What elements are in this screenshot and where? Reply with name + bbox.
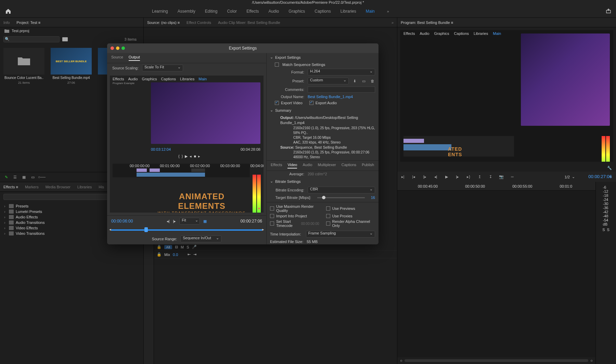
step-fwd-button[interactable]: |▸ xyxy=(454,174,461,180)
new-bin-button[interactable] xyxy=(62,37,68,42)
step-back-icon[interactable]: ◂| xyxy=(167,219,170,224)
vtab-publish[interactable]: Publish xyxy=(362,163,374,168)
aspect-icon[interactable]: ▦ xyxy=(203,219,207,224)
bin-item-video[interactable]: BEST SELLER BUNDLE Best Selling Bundle.m… xyxy=(51,48,92,84)
tab-color[interactable]: Color xyxy=(227,9,237,14)
timeline-tracks[interactable] xyxy=(397,191,595,357)
match-sequence-checkbox[interactable] xyxy=(275,63,279,67)
save-preset-icon[interactable]: ⬇ xyxy=(352,78,358,84)
close-icon[interactable] xyxy=(111,46,114,50)
max-render-checkbox[interactable] xyxy=(270,206,274,211)
tab-editing[interactable]: Editing xyxy=(205,9,218,14)
pen-icon[interactable]: ✎ xyxy=(3,174,9,180)
zoom-slider-icon[interactable]: ○── xyxy=(39,174,44,180)
source-tab[interactable]: Source: (no clips) ≡ xyxy=(147,21,180,25)
set-start-tc-checkbox[interactable] xyxy=(270,221,274,226)
mini-mark-in[interactable]: { xyxy=(178,154,180,159)
markers-tab[interactable]: Markers xyxy=(25,185,39,189)
export-tc-left[interactable]: 00:00:06:00 xyxy=(111,219,133,224)
breadcrumb[interactable]: Test.prproj xyxy=(12,29,29,33)
effects-search-input[interactable] xyxy=(3,194,115,200)
bin-item-folder[interactable]: Bounce Color Lucent Ba.. 21 items xyxy=(3,48,44,84)
mini-step-back[interactable]: ◂ xyxy=(190,154,192,159)
tab-assembly[interactable]: Assembly xyxy=(178,9,195,14)
dialog-titlebar[interactable]: Export Settings xyxy=(107,43,378,53)
minimize-icon[interactable] xyxy=(116,46,119,50)
program-monitor[interactable]: Effects Audio Graphics Captions Librarie… xyxy=(400,30,613,162)
source-range-select[interactable]: Sequence In/Out⌄ xyxy=(180,235,221,242)
import-project-checkbox[interactable] xyxy=(270,214,274,218)
comments-input[interactable] xyxy=(308,86,375,93)
export-audio-checkbox[interactable] xyxy=(309,101,313,105)
vtab-captions[interactable]: Captions xyxy=(342,163,356,168)
go-to-out-button[interactable]: ▸} xyxy=(465,174,472,180)
target-bitrate-slider[interactable] xyxy=(317,197,365,198)
mark-out-button[interactable]: |◂ xyxy=(410,174,417,180)
maximize-icon[interactable] xyxy=(121,46,125,50)
vtab-multiplexer[interactable]: Multiplexer xyxy=(318,163,336,168)
media-browser-tab[interactable]: Media Browser xyxy=(46,185,70,189)
track-a3[interactable]: 🔒A3 ⊟MS🎤 xyxy=(154,243,397,251)
summary-header[interactable]: ⌄ Summary xyxy=(267,106,378,114)
history-tab[interactable]: His xyxy=(99,185,104,189)
export-settings-header[interactable]: ⌄ Export Settings xyxy=(267,53,378,62)
project-tab[interactable]: Project: Test ≡ xyxy=(16,21,40,25)
icon-view-icon[interactable]: ▦ xyxy=(21,174,27,180)
tab-main[interactable]: Main xyxy=(366,9,375,14)
list-view-icon[interactable]: ☰ xyxy=(12,174,18,180)
use-previews-checkbox[interactable] xyxy=(326,206,330,211)
tab-effects[interactable]: Effects xyxy=(246,9,259,14)
tab-graphics[interactable]: Graphics xyxy=(288,9,305,14)
home-button[interactable] xyxy=(4,7,12,15)
output-preview-tab[interactable]: Output xyxy=(129,55,140,61)
mini-mark-out[interactable]: } xyxy=(182,154,183,159)
vtab-video[interactable]: Video xyxy=(287,163,297,168)
playhead-icon[interactable] xyxy=(144,227,148,232)
libraries-tab[interactable]: Libraries xyxy=(77,185,92,189)
delete-preset-icon[interactable]: 🗑 xyxy=(370,78,375,84)
tab-learning[interactable]: Learning xyxy=(152,9,168,14)
solo-l[interactable]: S xyxy=(602,228,605,232)
in-point-icon[interactable]: ◂ xyxy=(109,227,111,232)
bitrate-encoding-select[interactable]: CBR⌄ xyxy=(308,187,375,193)
import-preset-icon[interactable]: ▭ xyxy=(361,78,367,84)
source-scaling-select[interactable]: Scale To Fit⌄ xyxy=(142,65,183,71)
audio-clip-mixer-tab[interactable]: Audio Clip Mixer: Best Selling Bundle xyxy=(218,21,280,25)
out-point-icon[interactable]: ▸ xyxy=(262,227,264,232)
project-search-input[interactable] xyxy=(3,36,60,42)
output-name-link[interactable]: Best Selling Bundle_1.mp4 xyxy=(308,95,353,99)
play-icon[interactable]: |▸ xyxy=(173,219,176,224)
preview-video-frame[interactable] xyxy=(151,82,260,144)
vtab-effects[interactable]: Effects xyxy=(271,163,282,168)
program-tab[interactable]: Program: Best Selling Bundle ≡ xyxy=(401,21,453,25)
tab-libraries[interactable]: Libraries xyxy=(341,9,356,14)
freeform-view-icon[interactable]: ▭ xyxy=(30,174,36,180)
render-alpha-checkbox[interactable] xyxy=(326,221,330,226)
chevron-down-icon[interactable]: ⌄ xyxy=(572,175,575,179)
go-to-in-button[interactable]: {▸ xyxy=(421,174,428,180)
export-frame-button[interactable]: 📷 xyxy=(498,174,505,180)
mini-play[interactable]: ▶ xyxy=(185,154,188,159)
zoom-level[interactable]: 1/2 xyxy=(565,175,570,179)
timeline-ruler[interactable]: 00:00:45:00 00:00:50:00 00:00:55:00 00:0… xyxy=(397,182,595,191)
overflow-tab[interactable]: » xyxy=(392,21,394,25)
use-proxies-checkbox[interactable] xyxy=(326,214,330,218)
effects-tab[interactable]: Effects ≡ xyxy=(3,185,18,189)
vtab-audio[interactable]: Audio xyxy=(303,163,312,168)
info-tab[interactable]: Info xyxy=(3,21,10,25)
program-timecode[interactable]: 00:00:27:06 xyxy=(588,174,612,179)
target-bitrate-value[interactable]: 16 xyxy=(371,196,375,200)
source-preview-tab[interactable]: Source xyxy=(111,55,123,61)
mark-in-button[interactable]: ▸| xyxy=(399,174,406,180)
solo-r[interactable]: S xyxy=(607,228,609,232)
export-scrubber[interactable]: ◂ ▸ xyxy=(107,227,266,233)
mini-step-fwd[interactable]: ▸ xyxy=(198,154,200,159)
play-button[interactable]: ▶ xyxy=(443,174,450,180)
preset-select[interactable]: Custom⌄ xyxy=(308,78,349,84)
extract-button[interactable]: ↧ xyxy=(487,174,494,180)
quick-export-button[interactable] xyxy=(606,8,611,14)
mini-stop[interactable]: ■ xyxy=(194,154,196,159)
fit-select[interactable]: Fit⌄ xyxy=(179,218,200,225)
time-interp-select[interactable]: Frame Sampling⌄ xyxy=(306,231,375,238)
bitrate-header[interactable]: ⌄ Bitrate Settings xyxy=(267,177,378,186)
